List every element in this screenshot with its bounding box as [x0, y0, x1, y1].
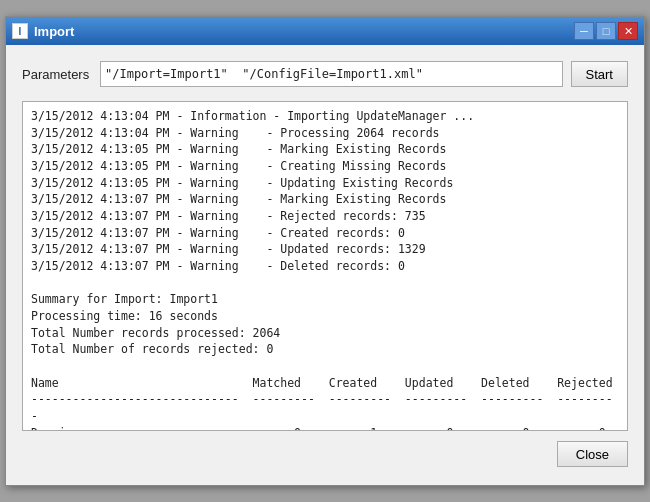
import-window: I Import ─ □ ✕ Parameters Start 3/15/201… [5, 16, 645, 486]
minimize-button[interactable]: ─ [574, 22, 594, 40]
maximize-button[interactable]: □ [596, 22, 616, 40]
close-button[interactable]: Close [557, 441, 628, 467]
start-button[interactable]: Start [571, 61, 628, 87]
params-label: Parameters [22, 67, 92, 82]
params-input[interactable] [100, 61, 563, 87]
window-body: Parameters Start 3/15/2012 4:13:04 PM - … [6, 45, 644, 485]
title-buttons: ─ □ ✕ [574, 22, 638, 40]
params-row: Parameters Start [22, 61, 628, 87]
footer: Close [22, 431, 628, 469]
window-title: Import [34, 24, 74, 39]
log-content: 3/15/2012 4:13:04 PM - Information - Imp… [31, 108, 619, 431]
title-bar: I Import ─ □ ✕ [6, 17, 644, 45]
log-area[interactable]: 3/15/2012 4:13:04 PM - Information - Imp… [22, 101, 628, 431]
title-bar-left: I Import [12, 23, 74, 39]
window-icon: I [12, 23, 28, 39]
close-title-button[interactable]: ✕ [618, 22, 638, 40]
